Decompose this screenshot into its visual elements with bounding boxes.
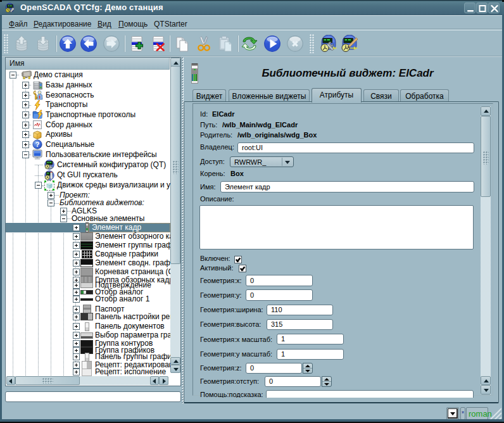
svg-text:?: ?: [35, 141, 40, 148]
